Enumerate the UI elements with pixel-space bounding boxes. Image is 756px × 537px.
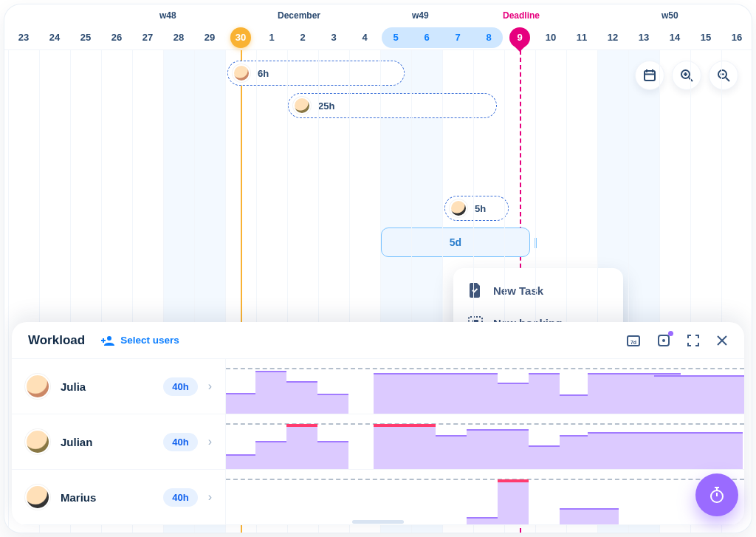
- day-cell[interactable]: 26: [101, 25, 132, 50]
- day-cell[interactable]: 6: [411, 25, 442, 50]
- calendar-button[interactable]: [635, 61, 664, 90]
- day-cell[interactable]: 10: [535, 25, 566, 50]
- workload-title: Workload: [28, 333, 85, 348]
- notification-dot: [668, 331, 673, 336]
- workload-chart[interactable]: [226, 414, 744, 469]
- task-bar-solid[interactable]: 5d ||: [381, 228, 530, 257]
- deadline-marker[interactable]: 9: [509, 27, 530, 48]
- scrollbar-thumb[interactable]: [352, 520, 404, 524]
- users-icon: [101, 335, 114, 346]
- svg-text:7d: 7d: [630, 339, 636, 344]
- avatar: [25, 429, 50, 454]
- task-duration: 6h: [258, 68, 269, 79]
- workload-row: Marius40h›: [12, 470, 744, 525]
- avatar-marius: [450, 199, 467, 217]
- user-name: Marius: [61, 491, 153, 504]
- user-name: Julia: [61, 380, 153, 393]
- chevron-right-icon[interactable]: ›: [208, 490, 212, 504]
- select-users-button[interactable]: Select users: [101, 335, 179, 346]
- day-cell[interactable]: 23: [8, 25, 39, 50]
- task-icon: [468, 283, 483, 298]
- capacity-chip[interactable]: 40h: [163, 377, 197, 396]
- task-duration: 25h: [318, 100, 334, 112]
- zoom-in-button[interactable]: [672, 61, 701, 90]
- day-cell[interactable]: 12: [597, 25, 628, 50]
- workload-row: Julia40h›: [12, 359, 744, 414]
- day-cell[interactable]: 7: [442, 25, 473, 50]
- day-cell[interactable]: 8: [473, 25, 504, 50]
- today-marker[interactable]: 30: [230, 27, 251, 48]
- chevron-right-icon[interactable]: ›: [208, 380, 212, 393]
- month-label: December: [278, 10, 320, 21]
- week-span-icon[interactable]: 7d: [626, 334, 641, 347]
- day-cell[interactable]: 28: [163, 25, 194, 50]
- week-label: w49: [412, 10, 429, 21]
- workload-chart[interactable]: [226, 470, 744, 524]
- close-icon[interactable]: [716, 335, 728, 346]
- day-cell[interactable]: 13: [628, 25, 659, 50]
- capacity-chip[interactable]: 40h: [163, 433, 197, 451]
- capacity-chip[interactable]: 40h: [163, 488, 197, 507]
- workload-header: Workload Select users 7d: [12, 322, 744, 359]
- day-cell[interactable]: 25: [70, 25, 101, 50]
- day-cell[interactable]: 5: [380, 25, 411, 50]
- chevron-right-icon[interactable]: ›: [208, 435, 212, 448]
- day-cell[interactable]: 16: [721, 25, 752, 50]
- day-cell[interactable]: 4: [349, 25, 380, 50]
- day-cell[interactable]: 27: [132, 25, 163, 50]
- day-cell[interactable]: 24: [39, 25, 70, 50]
- day-cell[interactable]: 1: [256, 25, 287, 50]
- day-cell[interactable]: 15: [690, 25, 721, 50]
- timeline-header: w48 December w49 Deadline w50 2324252627…: [4, 4, 752, 50]
- zoom-out-button[interactable]: [709, 61, 738, 90]
- task-bar[interactable]: 6h: [227, 61, 405, 86]
- task-duration: 5d: [450, 236, 461, 248]
- timeline-days-row[interactable]: 232425262728293012345678910111213141516: [4, 25, 752, 50]
- avatar-julia: [233, 64, 250, 82]
- day-cell[interactable]: 3: [318, 25, 349, 50]
- svg-point-8: [662, 339, 665, 342]
- avatar: [25, 485, 50, 510]
- day-cell[interactable]: 2: [287, 25, 318, 50]
- week-label: w48: [159, 10, 176, 21]
- week-label: w50: [662, 10, 678, 21]
- user-name: Julian: [61, 436, 153, 448]
- timeline-weeks-row: w48 December w49 Deadline w50: [4, 4, 752, 25]
- workload-row: Julian40h›: [12, 414, 744, 470]
- workload-panel: Workload Select users 7d: [12, 322, 744, 525]
- task-duration: 5h: [475, 203, 486, 214]
- avatar: [25, 374, 50, 399]
- select-users-label: Select users: [120, 335, 179, 346]
- timer-fab[interactable]: [695, 473, 738, 516]
- avatar-julian: [293, 97, 311, 114]
- workload-chart[interactable]: [226, 359, 744, 414]
- fullscreen-icon[interactable]: [687, 334, 700, 347]
- day-cell[interactable]: 11: [566, 25, 597, 50]
- notification-icon[interactable]: [657, 334, 670, 347]
- task-bar[interactable]: 25h: [288, 93, 497, 118]
- day-cell[interactable]: 29: [194, 25, 225, 50]
- task-bar[interactable]: 5h: [444, 196, 509, 221]
- deadline-label: Deadline: [503, 10, 540, 21]
- day-cell[interactable]: 14: [659, 25, 690, 50]
